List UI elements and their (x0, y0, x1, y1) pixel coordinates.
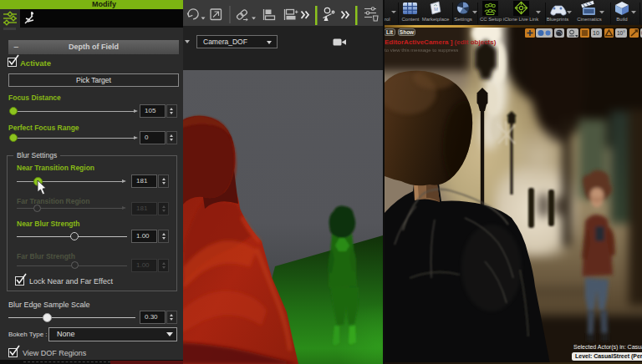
svg-text:10°: 10° (617, 30, 625, 36)
svg-text:10: 10 (593, 30, 599, 36)
svg-text:M: M (434, 7, 438, 12)
